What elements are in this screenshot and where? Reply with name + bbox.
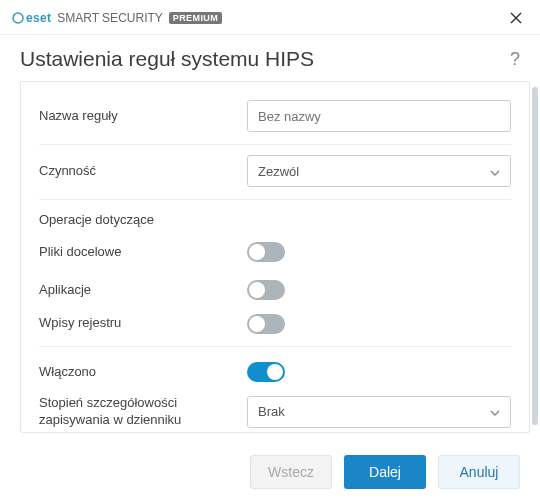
row-log-level: Stopień szczegółowości zapisywania w dzi…	[39, 391, 511, 433]
back-button[interactable]: Wstecz	[250, 455, 332, 489]
svg-point-0	[13, 13, 23, 23]
action-select[interactable]: Zezwól	[247, 155, 511, 187]
eset-icon	[12, 12, 24, 24]
action-value: Zezwól	[258, 164, 299, 179]
titlebar: eset SMART SECURITY PREMIUM	[0, 0, 540, 35]
registry-toggle[interactable]	[247, 314, 285, 334]
target-files-label: Pliki docelowe	[39, 244, 247, 261]
brand-product: SMART SECURITY	[57, 11, 163, 25]
row-applications: Aplikacje	[39, 271, 511, 309]
row-rule-name: Nazwa reguły	[39, 96, 511, 145]
row-target-files: Pliki docelowe	[39, 233, 511, 271]
dialog-header: Ustawienia reguł systemu HIPS ?	[0, 35, 540, 81]
rule-name-label: Nazwa reguły	[39, 108, 247, 125]
action-label: Czynność	[39, 163, 247, 180]
cancel-button[interactable]: Anuluj	[438, 455, 520, 489]
chevron-down-icon	[490, 404, 500, 419]
next-button[interactable]: Dalej	[344, 455, 426, 489]
applications-toggle[interactable]	[247, 280, 285, 300]
log-level-select[interactable]: Brak	[247, 396, 511, 428]
back-button-label: Wstecz	[268, 464, 314, 480]
log-level-value: Brak	[258, 404, 285, 419]
close-button[interactable]	[504, 6, 528, 30]
row-enabled: Włączono	[39, 353, 511, 391]
brand: eset SMART SECURITY PREMIUM	[12, 11, 222, 25]
row-registry: Wpisy rejestru	[39, 309, 511, 347]
form-panel: Nazwa reguły Czynność Zezwól Operacje do…	[20, 81, 530, 433]
close-icon	[510, 12, 522, 24]
rule-name-input[interactable]	[247, 100, 511, 132]
help-icon: ?	[510, 49, 520, 69]
scrollbar[interactable]	[532, 87, 538, 425]
help-button[interactable]: ?	[510, 49, 520, 70]
log-level-label: Stopień szczegółowości zapisywania w dzi…	[39, 395, 247, 429]
enabled-label: Włączono	[39, 364, 247, 381]
content-area: Nazwa reguły Czynność Zezwól Operacje do…	[0, 81, 540, 437]
next-button-label: Dalej	[369, 464, 401, 480]
row-action: Czynność Zezwól	[39, 151, 511, 200]
enabled-toggle[interactable]	[247, 362, 285, 382]
brand-edition: PREMIUM	[169, 12, 222, 24]
operations-section-title: Operacje dotyczące	[39, 212, 511, 227]
cancel-button-label: Anuluj	[460, 464, 499, 480]
registry-label: Wpisy rejestru	[39, 315, 247, 332]
footer: Wstecz Dalej Anuluj	[0, 437, 540, 489]
chevron-down-icon	[490, 164, 500, 179]
brand-logo: eset	[12, 11, 51, 25]
target-files-toggle[interactable]	[247, 242, 285, 262]
brand-company: eset	[26, 11, 51, 25]
applications-label: Aplikacje	[39, 282, 247, 299]
page-title: Ustawienia reguł systemu HIPS	[20, 47, 314, 71]
